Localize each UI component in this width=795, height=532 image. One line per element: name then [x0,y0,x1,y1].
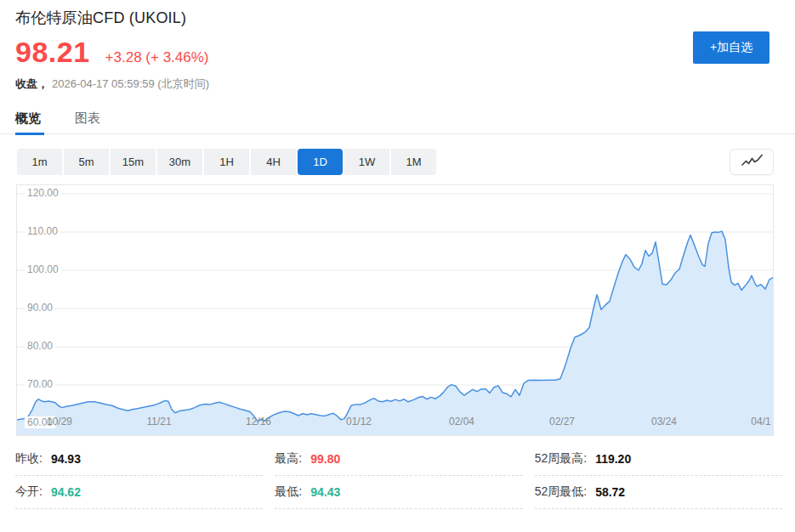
stat-prev-close: 昨收: 94.93 [15,443,263,476]
add-watchlist-button[interactable]: +加自选 [693,31,769,64]
interval-button-1m[interactable]: 1m [17,149,62,175]
stat-label: 52周最高: [535,451,587,467]
interval-button-1m-month[interactable]: 1M [391,149,436,175]
market-status-label: 收盘， [15,77,48,90]
tab-overview[interactable]: 概览 [15,110,41,135]
x-axis-label: 03/24 [651,416,677,427]
stat-value: 119.20 [595,452,631,466]
price-area-svg [17,185,774,436]
stat-value: 94.43 [310,485,340,499]
interval-button-1h[interactable]: 1H [204,149,249,175]
stat-value: 94.62 [51,485,81,499]
last-price: 98.21 [15,36,90,69]
x-axis-label: 12/16 [246,416,271,427]
interval-button-1w[interactable]: 1W [344,149,389,175]
stat-day-high: 最高: 99.80 [275,443,522,476]
interval-toolbar: 1m 5m 15m 30m 1H 4H 1D 1W 1M [17,149,436,175]
y-axis-label: 120.00 [25,187,61,199]
y-axis-label: 70.00 [25,378,55,390]
tab-chart[interactable]: 图表 [75,110,100,135]
price-row: 98.21 +3.28 (+ 3.46%) [15,36,209,69]
stat-52wk-low: 52周最低: 58.72 [535,476,782,509]
y-axis-label: 110.00 [25,225,60,237]
line-chart-icon [741,154,764,171]
chart-style-button[interactable] [730,149,774,175]
quote-timestamp: 2026-04-17 05:59:59 (北京时间) [52,77,209,90]
stat-value: 94.93 [51,452,81,466]
price-change: +3.28 (+ 3.46%) [105,49,209,66]
x-axis-label: 02/27 [549,416,575,427]
x-axis-label: 04/1 [751,416,770,427]
page-title: 布伦特原油CFD (UKOIL) [15,8,186,28]
quote-stats: 昨收: 94.93 最高: 99.80 52周最高: 119.20 今开: 94… [15,443,782,509]
interval-button-30m[interactable]: 30m [157,149,202,175]
x-axis-label: 11/21 [146,416,171,427]
stat-label: 最低: [275,484,302,500]
x-axis-label: 01/12 [346,416,372,427]
stat-label: 昨收: [15,451,43,467]
y-axis-label: 80.00 [25,340,55,352]
price-chart[interactable]: 120.00110.00100.0090.0080.0070.0060.0010… [16,184,774,436]
quote-page: 布伦特原油CFD (UKOIL) 98.21 +3.28 (+ 3.46%) 收… [0,0,795,532]
stat-label: 今开: [15,484,43,500]
interval-button-5m[interactable]: 5m [64,149,109,175]
x-axis-label: 10/29 [47,416,72,427]
tab-bar: 概览 图表 [0,107,795,134]
stat-day-low: 最低: 94.43 [275,476,522,509]
interval-button-4h[interactable]: 4H [251,149,296,175]
y-axis-label: 100.00 [25,263,61,275]
interval-button-1d[interactable]: 1D [298,149,343,175]
x-axis-label: 02/04 [449,416,474,427]
interval-button-15m[interactable]: 15m [111,149,156,175]
market-status: 收盘，2026-04-17 05:59:59 (北京时间) [15,76,209,92]
stat-label: 最高: [275,451,302,467]
stat-open: 今开: 94.62 [15,476,263,509]
stat-52wk-high: 52周最高: 119.20 [535,443,782,476]
stat-value: 99.80 [310,452,340,466]
y-axis-label: 90.00 [25,302,55,314]
stat-value: 58.72 [595,485,625,499]
stat-label: 52周最低: [535,484,587,500]
